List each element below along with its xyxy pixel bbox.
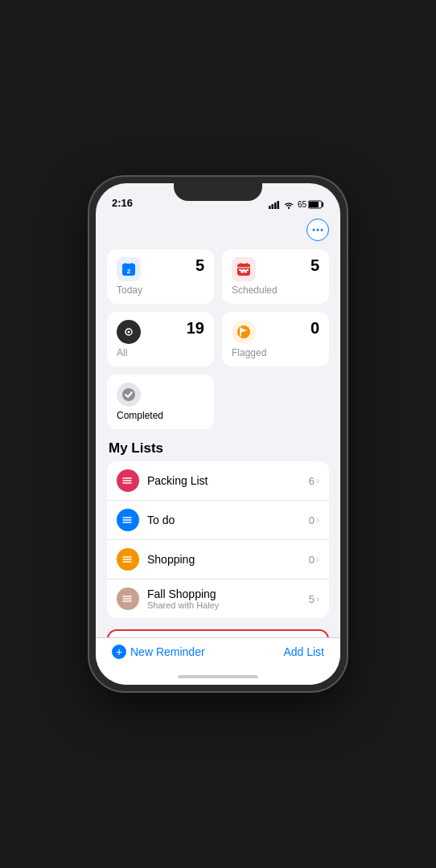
svg-rect-17 — [240, 263, 241, 265]
scheduled-tile[interactable]: ■■ 5 Scheduled — [222, 249, 329, 304]
todo-name: To do — [147, 514, 309, 526]
svg-point-33 — [123, 480, 125, 481]
signal-icon — [269, 201, 280, 209]
svg-point-52 — [123, 600, 125, 602]
list-item-fall-shopping[interactable]: Fall Shopping Shared with Haley 5 › — [107, 579, 329, 618]
all-count: 19 — [187, 320, 204, 336]
battery-indicator: 65 — [298, 200, 324, 209]
todo-right: 0 › — [309, 514, 319, 526]
svg-point-7 — [317, 229, 319, 231]
scheduled-tile-header: ■■ 5 — [232, 257, 319, 285]
completed-icon — [117, 383, 141, 407]
today-tile-header: 2 5 — [117, 257, 204, 285]
main-content: 2 5 Today — [96, 212, 340, 637]
packing-list-chevron: › — [316, 475, 319, 486]
scheduled-count: 5 — [311, 257, 319, 273]
lists-card: Packing List 6 › — [107, 461, 329, 618]
shopping-chevron: › — [316, 554, 319, 565]
completed-tile[interactable]: Completed — [107, 375, 214, 429]
svg-rect-14 — [131, 263, 133, 265]
new-reminder-icon: + — [112, 645, 126, 659]
svg-point-40 — [123, 522, 125, 523]
status-icons: 65 — [269, 200, 324, 209]
svg-point-44 — [123, 556, 125, 558]
packing-list-name: Packing List — [147, 474, 309, 487]
all-icon — [117, 320, 141, 344]
svg-rect-0 — [269, 206, 271, 209]
smart-tiles-grid: 2 5 Today — [107, 249, 329, 366]
list-item-grocery[interactable]: Grocery List 8 › — [109, 631, 327, 638]
shopping-right: 0 › — [309, 554, 319, 566]
shopping-text: Shopping — [147, 553, 309, 566]
fall-shopping-chevron: › — [316, 593, 319, 604]
battery-percent: 65 — [298, 200, 306, 209]
svg-point-38 — [123, 517, 125, 518]
todo-count: 0 — [309, 514, 315, 526]
list-item-todo[interactable]: To do 0 › — [107, 501, 329, 540]
fall-shopping-icon — [117, 588, 139, 610]
svg-rect-22 — [246, 269, 249, 271]
top-action-row — [107, 219, 329, 241]
flagged-count: 0 — [311, 320, 319, 336]
svg-point-26 — [237, 326, 250, 338]
flagged-icon — [232, 320, 256, 344]
svg-point-45 — [123, 559, 125, 560]
svg-text:2: 2 — [127, 268, 131, 275]
more-options-button[interactable] — [306, 219, 329, 241]
fall-shopping-count: 5 — [309, 593, 315, 605]
todo-icon — [117, 509, 139, 531]
svg-rect-2 — [274, 203, 277, 209]
fall-shopping-sub: Shared with Haley — [147, 600, 309, 610]
fall-shopping-right: 5 › — [309, 593, 319, 605]
list-item-shopping[interactable]: Shopping 0 › — [107, 540, 329, 579]
todo-text: To do — [147, 514, 309, 526]
today-tile[interactable]: 2 5 Today — [107, 249, 214, 304]
flagged-tile[interactable]: 0 Flagged — [222, 312, 329, 366]
svg-rect-1 — [271, 204, 274, 209]
svg-point-51 — [123, 598, 125, 600]
svg-rect-13 — [125, 263, 126, 265]
today-label: Today — [117, 285, 204, 296]
all-tile[interactable]: 19 All — [107, 312, 214, 366]
home-indicator — [96, 669, 340, 685]
ellipsis-icon — [312, 224, 323, 235]
flagged-tile-header: 0 — [232, 320, 319, 347]
phone-screen: 2:16 65 — [96, 183, 340, 685]
svg-rect-18 — [246, 263, 248, 265]
svg-rect-5 — [309, 202, 319, 207]
home-bar — [178, 675, 258, 678]
svg-point-50 — [123, 596, 125, 597]
svg-point-25 — [128, 331, 130, 334]
my-lists-title: My Lists — [107, 440, 329, 457]
svg-point-34 — [123, 482, 125, 484]
packing-list-text: Packing List — [147, 474, 309, 487]
packing-list-right: 6 › — [309, 475, 319, 487]
shopping-name: Shopping — [147, 553, 309, 566]
today-icon: 2 — [117, 257, 141, 281]
grocery-list-card: Grocery List 8 › — [109, 631, 327, 638]
svg-point-39 — [123, 519, 125, 521]
completed-label: Completed — [117, 410, 204, 421]
completed-row: Completed — [107, 375, 329, 429]
fall-shopping-name: Fall Shopping — [147, 588, 309, 600]
new-reminder-label: New Reminder — [130, 645, 205, 658]
battery-icon — [308, 200, 324, 209]
wifi-icon — [283, 201, 294, 209]
svg-point-28 — [122, 388, 135, 401]
flagged-label: Flagged — [232, 347, 319, 358]
packing-list-icon — [117, 469, 139, 492]
svg-point-8 — [321, 229, 323, 231]
svg-rect-3 — [277, 201, 279, 209]
list-item-packing[interactable]: Packing List 6 › — [107, 461, 329, 501]
grocery-highlight: Grocery List 8 › — [107, 629, 329, 638]
status-time: 2:16 — [112, 197, 133, 209]
all-tile-header: 19 — [117, 320, 204, 347]
new-reminder-button[interactable]: + New Reminder — [112, 645, 205, 659]
svg-point-46 — [123, 561, 125, 563]
scheduled-label: Scheduled — [232, 285, 319, 296]
all-label: All — [117, 347, 204, 358]
shopping-count: 0 — [309, 554, 315, 566]
todo-chevron: › — [316, 514, 319, 526]
svg-rect-20 — [239, 269, 241, 271]
add-list-button[interactable]: Add List — [283, 645, 324, 658]
